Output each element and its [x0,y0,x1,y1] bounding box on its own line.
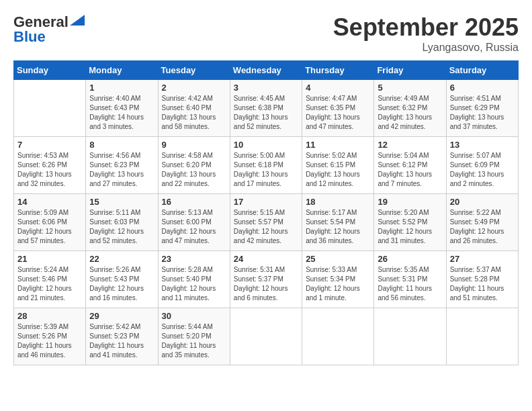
cell-info: Sunrise: 5:11 AM Sunset: 6:03 PM Dayligh… [89,208,154,246]
day-number: 27 [450,254,515,264]
day-header-thursday: Thursday [302,61,374,80]
calendar-cell: 9Sunrise: 4:58 AM Sunset: 6:20 PM Daylig… [158,137,230,194]
day-number: 22 [89,254,154,264]
cell-info: Sunrise: 5:31 AM Sunset: 5:37 PM Dayligh… [234,265,298,303]
calendar-cell: 17Sunrise: 5:15 AM Sunset: 5:57 PM Dayli… [230,194,302,251]
day-number: 15 [89,197,154,207]
calendar-cell: 16Sunrise: 5:13 AM Sunset: 6:00 PM Dayli… [158,194,230,251]
day-number: 9 [162,140,226,150]
calendar-cell: 20Sunrise: 5:22 AM Sunset: 5:49 PM Dayli… [446,194,518,251]
calendar-cell: 10Sunrise: 5:00 AM Sunset: 6:18 PM Dayli… [230,137,302,194]
location: Lyangasovo, Russia [333,42,519,54]
logo-blue: Blue [13,28,46,46]
day-number: 12 [378,140,442,150]
calendar-cell: 12Sunrise: 5:04 AM Sunset: 6:12 PM Dayli… [374,137,446,194]
cell-info: Sunrise: 4:40 AM Sunset: 6:43 PM Dayligh… [89,94,154,132]
cell-info: Sunrise: 4:49 AM Sunset: 6:32 PM Dayligh… [378,94,442,132]
day-number: 23 [162,254,226,264]
cell-info: Sunrise: 5:33 AM Sunset: 5:34 PM Dayligh… [306,265,370,303]
calendar-cell: 3Sunrise: 4:45 AM Sunset: 6:38 PM Daylig… [230,80,302,137]
cell-info: Sunrise: 5:37 AM Sunset: 5:28 PM Dayligh… [450,265,515,303]
calendar-cell: 2Sunrise: 4:42 AM Sunset: 6:40 PM Daylig… [158,80,230,137]
calendar-cell: 8Sunrise: 4:56 AM Sunset: 6:23 PM Daylig… [86,137,158,194]
calendar-cell [302,308,374,365]
day-number: 5 [378,83,442,93]
cell-info: Sunrise: 5:02 AM Sunset: 6:15 PM Dayligh… [306,151,370,189]
day-number: 20 [450,197,515,207]
cell-info: Sunrise: 5:24 AM Sunset: 5:46 PM Dayligh… [17,265,82,303]
cell-info: Sunrise: 5:44 AM Sunset: 5:20 PM Dayligh… [162,322,226,360]
cell-info: Sunrise: 5:39 AM Sunset: 5:26 PM Dayligh… [17,322,82,360]
day-header-saturday: Saturday [446,61,518,80]
cell-info: Sunrise: 4:56 AM Sunset: 6:23 PM Dayligh… [89,151,154,189]
calendar-cell: 24Sunrise: 5:31 AM Sunset: 5:37 PM Dayli… [230,251,302,308]
calendar-cell: 5Sunrise: 4:49 AM Sunset: 6:32 PM Daylig… [374,80,446,137]
month-title: September 2025 [333,13,519,42]
logo: General Blue [13,13,85,46]
cell-info: Sunrise: 5:15 AM Sunset: 5:57 PM Dayligh… [234,208,298,246]
cell-info: Sunrise: 5:09 AM Sunset: 6:06 PM Dayligh… [17,208,82,246]
calendar-table: SundayMondayTuesdayWednesdayThursdayFrid… [13,60,519,365]
calendar-cell: 30Sunrise: 5:44 AM Sunset: 5:20 PM Dayli… [158,308,230,365]
day-header-monday: Monday [86,61,158,80]
day-number: 29 [89,311,154,321]
day-number: 10 [234,140,298,150]
calendar-cell [374,308,446,365]
calendar-cell [230,308,302,365]
page-header: General Blue September 2025 Lyangasovo, … [13,13,519,54]
day-number: 24 [234,254,298,264]
cell-info: Sunrise: 4:51 AM Sunset: 6:29 PM Dayligh… [450,94,515,132]
day-number: 17 [234,197,298,207]
cell-info: Sunrise: 5:17 AM Sunset: 5:54 PM Dayligh… [306,208,370,246]
calendar-cell: 21Sunrise: 5:24 AM Sunset: 5:46 PM Dayli… [14,251,86,308]
title-block: September 2025 Lyangasovo, Russia [333,13,519,54]
day-number: 30 [162,311,226,321]
calendar-cell: 6Sunrise: 4:51 AM Sunset: 6:29 PM Daylig… [446,80,518,137]
calendar-cell: 14Sunrise: 5:09 AM Sunset: 6:06 PM Dayli… [14,194,86,251]
calendar-cell: 15Sunrise: 5:11 AM Sunset: 6:03 PM Dayli… [86,194,158,251]
calendar-cell: 13Sunrise: 5:07 AM Sunset: 6:09 PM Dayli… [446,137,518,194]
day-number: 3 [234,83,298,93]
calendar-cell: 26Sunrise: 5:35 AM Sunset: 5:31 PM Dayli… [374,251,446,308]
day-number: 11 [306,140,370,150]
day-header-wednesday: Wednesday [230,61,302,80]
day-number: 1 [89,83,154,93]
day-number: 2 [162,83,226,93]
day-header-sunday: Sunday [14,61,86,80]
calendar-cell: 27Sunrise: 5:37 AM Sunset: 5:28 PM Dayli… [446,251,518,308]
calendar-cell: 25Sunrise: 5:33 AM Sunset: 5:34 PM Dayli… [302,251,374,308]
day-number: 4 [306,83,370,93]
cell-info: Sunrise: 5:07 AM Sunset: 6:09 PM Dayligh… [450,151,515,189]
day-number: 16 [162,197,226,207]
cell-info: Sunrise: 5:42 AM Sunset: 5:23 PM Dayligh… [89,322,154,360]
day-header-tuesday: Tuesday [158,61,230,80]
calendar-cell: 4Sunrise: 4:47 AM Sunset: 6:35 PM Daylig… [302,80,374,137]
cell-info: Sunrise: 5:13 AM Sunset: 6:00 PM Dayligh… [162,208,226,246]
calendar-cell: 1Sunrise: 4:40 AM Sunset: 6:43 PM Daylig… [86,80,158,137]
day-number: 21 [17,254,82,264]
cell-info: Sunrise: 4:42 AM Sunset: 6:40 PM Dayligh… [162,94,226,132]
calendar-cell: 7Sunrise: 4:53 AM Sunset: 6:26 PM Daylig… [14,137,86,194]
cell-info: Sunrise: 4:47 AM Sunset: 6:35 PM Dayligh… [306,94,370,132]
calendar-cell: 11Sunrise: 5:02 AM Sunset: 6:15 PM Dayli… [302,137,374,194]
calendar-cell: 28Sunrise: 5:39 AM Sunset: 5:26 PM Dayli… [14,308,86,365]
calendar-cell [14,80,86,137]
day-header-friday: Friday [374,61,446,80]
calendar-cell: 29Sunrise: 5:42 AM Sunset: 5:23 PM Dayli… [86,308,158,365]
calendar-cell: 18Sunrise: 5:17 AM Sunset: 5:54 PM Dayli… [302,194,374,251]
calendar-cell: 22Sunrise: 5:26 AM Sunset: 5:43 PM Dayli… [86,251,158,308]
day-number: 25 [306,254,370,264]
day-number: 7 [17,140,82,150]
svg-marker-0 [70,15,85,26]
logo-icon [70,15,85,26]
calendar-cell: 23Sunrise: 5:28 AM Sunset: 5:40 PM Dayli… [158,251,230,308]
cell-info: Sunrise: 4:53 AM Sunset: 6:26 PM Dayligh… [17,151,82,189]
cell-info: Sunrise: 5:26 AM Sunset: 5:43 PM Dayligh… [89,265,154,303]
cell-info: Sunrise: 5:35 AM Sunset: 5:31 PM Dayligh… [378,265,442,303]
day-number: 26 [378,254,442,264]
calendar-cell [446,308,518,365]
day-number: 8 [89,140,154,150]
cell-info: Sunrise: 5:22 AM Sunset: 5:49 PM Dayligh… [450,208,515,246]
day-number: 28 [17,311,82,321]
cell-info: Sunrise: 5:28 AM Sunset: 5:40 PM Dayligh… [162,265,226,303]
